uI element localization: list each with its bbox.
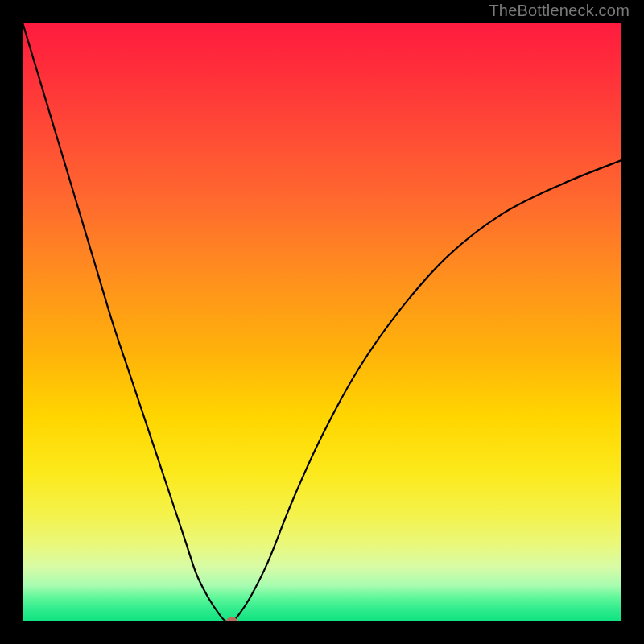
minimum-marker — [226, 617, 237, 621]
attribution-text: TheBottleneck.com — [489, 2, 630, 20]
curve-svg — [23, 23, 621, 621]
chart-frame: TheBottleneck.com — [0, 0, 644, 644]
plot-area — [23, 23, 621, 621]
bottleneck-curve — [23, 23, 621, 621]
